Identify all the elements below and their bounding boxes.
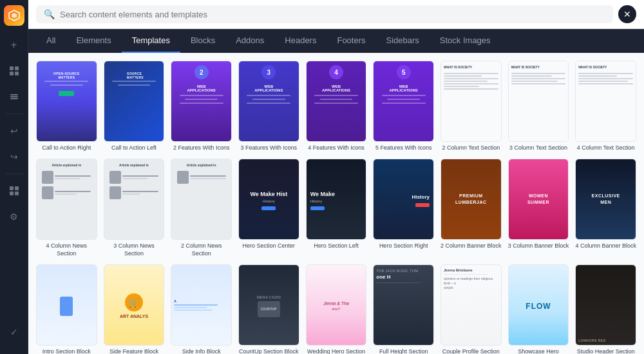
template-4-features[interactable]: 4 WEBAPPLICATIONS 4 Features With Icons: [306, 61, 367, 152]
template-wedding-hero[interactable]: Jenna & Tha one F Wedding Hero Section: [306, 264, 367, 355]
template-grid: OPEN-SOURCEMATTERS Call to Action Right …: [36, 61, 636, 354]
template-call-to-action-left[interactable]: SOURCEMATTERS Call to Action Left: [104, 61, 165, 152]
tab-stock-images[interactable]: Stock Images: [430, 29, 501, 53]
svg-rect-10: [15, 186, 19, 190]
template-couple-profile[interactable]: Jenna Brisbane opinions or readings from…: [440, 264, 502, 355]
sidebar-divider: [5, 113, 23, 114]
close-button[interactable]: ✕: [618, 5, 636, 23]
tab-headers[interactable]: Headers: [274, 29, 327, 53]
template-5-features[interactable]: 5 WEBAPPLICATIONS 5 Features With Icons: [373, 61, 434, 152]
sidebar-divider-2: [5, 173, 23, 174]
template-2-features[interactable]: 2 WEBAPPLICATIONS 2 Features With Icons: [171, 61, 232, 152]
svg-marker-1: [12, 13, 17, 18]
svg-rect-3: [15, 66, 19, 70]
template-3-column-text[interactable]: WHAT IS SOCIETY 3 Column Text Section: [508, 61, 569, 152]
main-panel: 🔍 ✕ All Elements Templates Blocks Addons…: [28, 0, 644, 354]
template-4-column-banner[interactable]: EXCLUSIVEMEN 4 Column Banner Block: [575, 159, 636, 258]
template-3-column-news[interactable]: Article explained in: [104, 159, 165, 258]
template-side-info[interactable]: A Side Info Block: [171, 264, 232, 355]
tab-templates[interactable]: Templates: [122, 29, 180, 53]
template-4-column-text[interactable]: WHAT IS SOCIETY 4 Column Text Section: [575, 61, 636, 152]
tab-all[interactable]: All: [36, 29, 66, 53]
tab-sidebars[interactable]: Sidebars: [376, 29, 430, 53]
tab-addons[interactable]: Addons: [225, 29, 274, 53]
search-bar: 🔍 ✕: [28, 0, 644, 29]
template-intro-section[interactable]: Intro Section Block: [36, 264, 97, 355]
svg-rect-12: [15, 192, 19, 195]
template-hero-center[interactable]: We Make Hist History Hero Section Center: [238, 159, 299, 258]
svg-rect-4: [10, 72, 14, 75]
template-grid-area: OPEN-SOURCEMATTERS Call to Action Right …: [28, 53, 644, 354]
logo: [4, 5, 24, 26]
template-2-column-text[interactable]: WHAT IS SOCIETY 2 Column Text Section: [440, 61, 502, 152]
template-hero-left[interactable]: We Make History Hero Section Left: [306, 159, 367, 258]
search-icon: 🔍: [44, 9, 55, 19]
template-3-features[interactable]: 3 WEBAPPLICATIONS 3 Features With Icons: [238, 61, 299, 152]
template-2-column-news[interactable]: Article explained in 2 Column News Secti…: [171, 159, 232, 258]
template-studio-header[interactable]: LONHORN RED Studio Header Section: [575, 264, 636, 355]
grid-icon[interactable]: [3, 59, 26, 83]
svg-rect-9: [10, 186, 14, 190]
template-2-column-banner[interactable]: PREMIUMLUMBERJAC 2 Column Banner Block: [440, 159, 502, 258]
tab-elements[interactable]: Elements: [66, 29, 121, 53]
sidebar: + ↩ ↪ ⚙ ✓: [0, 0, 28, 354]
svg-rect-8: [10, 98, 18, 99]
settings-icon[interactable]: ⚙: [3, 205, 26, 228]
tab-footers[interactable]: Footers: [327, 29, 375, 53]
search-wrapper: 🔍: [36, 5, 613, 23]
template-4-column-news[interactable]: Article explained in: [36, 159, 97, 258]
svg-rect-5: [15, 72, 19, 75]
redo-icon[interactable]: ↪: [3, 145, 26, 168]
svg-rect-11: [10, 192, 14, 195]
template-hero-right[interactable]: History Hero Section Right: [373, 159, 434, 258]
svg-rect-6: [10, 94, 18, 95]
template-3-column-banner[interactable]: WOMENSUMMER 3 Column Banner Block: [508, 159, 569, 258]
undo-icon[interactable]: ↩: [3, 119, 26, 143]
template-side-feature[interactable]: 🛒 ART ANALYS Side Feature Block: [104, 264, 165, 355]
template-call-to-action-right[interactable]: OPEN-SOURCEMATTERS Call to Action Right: [36, 61, 97, 152]
tab-blocks[interactable]: Blocks: [180, 29, 225, 53]
nav-tabs: All Elements Templates Blocks Addons Hea…: [28, 29, 644, 53]
template-full-height[interactable]: TOR JACK ROAD, TOM one H Full Height Sec…: [373, 264, 434, 355]
template-showcase-hero[interactable]: FLOW Showcase Hero Section: [508, 264, 569, 355]
svg-rect-7: [10, 96, 18, 97]
template-countup[interactable]: MERA CX200 COUNTUP CountUp Section Block: [238, 264, 299, 355]
component-icon[interactable]: [3, 179, 26, 202]
add-icon[interactable]: +: [3, 34, 26, 57]
svg-rect-2: [10, 66, 14, 70]
check-icon[interactable]: ✓: [3, 320, 26, 344]
layers-icon[interactable]: [3, 85, 26, 108]
search-input[interactable]: [60, 10, 605, 19]
